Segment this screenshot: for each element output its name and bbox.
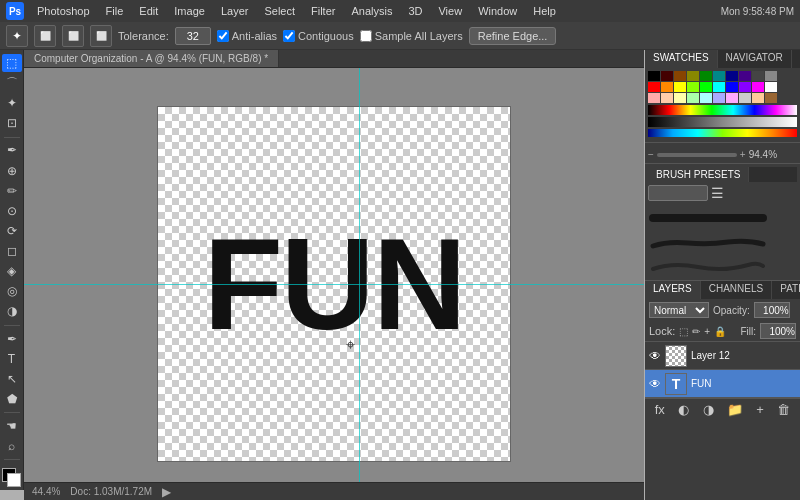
menu-edit[interactable]: Edit <box>132 3 165 19</box>
layer-mask-button[interactable]: ◐ <box>678 402 689 417</box>
swatch-gray-1[interactable] <box>752 71 764 81</box>
swatch-cyan[interactable] <box>713 82 725 92</box>
swatch-pastel-3[interactable] <box>674 93 686 103</box>
layer-2-visibility[interactable]: 👁 <box>649 377 661 391</box>
swatch-yellow[interactable] <box>674 82 686 92</box>
layers-tab-channels[interactable]: CHANNELS <box>701 281 772 299</box>
swatch-red[interactable] <box>648 82 660 92</box>
nav-plus[interactable]: + <box>740 149 746 160</box>
tool-hand[interactable]: ☚ <box>2 417 22 435</box>
canvas-area[interactable]: FUN ⌖ <box>24 68 644 500</box>
refine-edge-button[interactable]: Refine Edge... <box>469 27 557 45</box>
lock-image-icon[interactable]: ✏ <box>692 326 700 337</box>
tool-marquee[interactable]: ⬚ <box>2 54 22 72</box>
brush-preview-1[interactable] <box>648 209 768 227</box>
swatch-pastel-5[interactable] <box>700 93 712 103</box>
layers-tab-paths[interactable]: PATHS <box>772 281 800 299</box>
tool-brush[interactable]: ✏ <box>2 182 22 200</box>
layer-delete-button[interactable]: 🗑 <box>777 402 790 417</box>
contiguous-checkbox[interactable] <box>283 30 295 42</box>
swatch-pastel-4[interactable] <box>687 93 699 103</box>
swatch-pastel-6[interactable] <box>713 93 725 103</box>
swatch-dark-orange[interactable] <box>674 71 686 81</box>
lock-all-icon[interactable]: 🔒 <box>714 326 726 337</box>
swatch-dark-teal[interactable] <box>713 71 725 81</box>
tool-patch[interactable]: ⊕ <box>2 162 22 180</box>
lock-transparent-icon[interactable]: ⬚ <box>679 326 688 337</box>
swatch-dark-green[interactable] <box>700 71 712 81</box>
tool-crop[interactable]: ⊡ <box>2 114 22 132</box>
tool-gradient[interactable]: ◈ <box>2 262 22 280</box>
sample-all-checkbox[interactable] <box>360 30 372 42</box>
tool-magic-wand[interactable]: ✦ <box>2 94 22 112</box>
brush-preview-2[interactable] <box>648 233 768 251</box>
magic-wand-tool[interactable]: ✦ <box>6 25 28 47</box>
swatch-magenta[interactable] <box>752 82 764 92</box>
swatch-dark-blue[interactable] <box>726 71 738 81</box>
background-color[interactable] <box>7 473 21 487</box>
foreground-background-colors[interactable] <box>2 468 22 486</box>
tool-option-3[interactable]: ⬜ <box>90 25 112 47</box>
swatch-pastel-1[interactable] <box>648 93 660 103</box>
menu-window[interactable]: Window <box>471 3 524 19</box>
menu-select[interactable]: Select <box>257 3 302 19</box>
status-arrow[interactable]: ▶ <box>162 485 171 499</box>
brush-presets-tab[interactable]: BRUSH PRESETS <box>648 167 749 182</box>
layer-item-1[interactable]: 👁 Layer 12 <box>645 342 800 370</box>
swatch-orange[interactable] <box>661 82 673 92</box>
swatch-chartreuse[interactable] <box>687 82 699 92</box>
tool-option-2[interactable]: ⬜ <box>62 25 84 47</box>
swatch-violet[interactable] <box>739 82 751 92</box>
layer-item-2[interactable]: 👁 T FUN <box>645 370 800 398</box>
swatch-pastel-8[interactable] <box>739 93 751 103</box>
menu-image[interactable]: Image <box>167 3 212 19</box>
menu-photoshop[interactable]: Photoshop <box>30 3 97 19</box>
brush-preview-3[interactable] <box>648 257 768 275</box>
swatch-dark-purple[interactable] <box>739 71 751 81</box>
swatch-blue[interactable] <box>726 82 738 92</box>
menu-layer[interactable]: Layer <box>214 3 256 19</box>
tool-lasso[interactable]: ⌒ <box>2 74 22 92</box>
brush-options-icon[interactable]: ☰ <box>711 185 724 201</box>
swatches-tab[interactable]: SWATCHES <box>645 50 718 68</box>
menu-filter[interactable]: Filter <box>304 3 342 19</box>
tool-type[interactable]: T <box>2 350 22 368</box>
blend-mode-select[interactable]: Normal <box>649 302 709 318</box>
tool-zoom[interactable]: ⌕ <box>2 437 22 455</box>
document-tab[interactable]: Computer Organization - A @ 94.4% (FUN, … <box>24 50 279 67</box>
anti-alias-checkbox[interactable] <box>217 30 229 42</box>
swatch-pastel-2[interactable] <box>661 93 673 103</box>
swatch-gray-2[interactable] <box>765 71 777 81</box>
nav-zoom-slider[interactable] <box>657 153 737 157</box>
opacity-input[interactable] <box>754 302 790 318</box>
menu-file[interactable]: File <box>99 3 131 19</box>
menu-3d[interactable]: 3D <box>401 3 429 19</box>
layer-fx-button[interactable]: fx <box>655 402 665 417</box>
tool-eyedropper[interactable]: ✒ <box>2 141 22 159</box>
layer-group-button[interactable]: 📁 <box>727 402 743 417</box>
tolerance-input[interactable] <box>175 27 211 45</box>
tool-option-1[interactable]: ⬜ <box>34 25 56 47</box>
menu-view[interactable]: View <box>431 3 469 19</box>
tool-clone[interactable]: ⊙ <box>2 202 22 220</box>
tool-history[interactable]: ⟳ <box>2 222 22 240</box>
swatch-black[interactable] <box>648 71 660 81</box>
tool-shape[interactable]: ⬟ <box>2 390 22 408</box>
layer-adjustment-button[interactable]: ◑ <box>703 402 714 417</box>
fill-input[interactable] <box>760 323 796 339</box>
swatch-pastel-7[interactable] <box>726 93 738 103</box>
swatch-white[interactable] <box>765 82 777 92</box>
swatch-dark-red[interactable] <box>661 71 673 81</box>
swatch-green[interactable] <box>700 82 712 92</box>
brush-size-input[interactable] <box>648 185 708 201</box>
tool-pen[interactable]: ✒ <box>2 329 22 347</box>
menu-help[interactable]: Help <box>526 3 563 19</box>
tool-dodge[interactable]: ◑ <box>2 302 22 320</box>
tool-blur[interactable]: ◎ <box>2 282 22 300</box>
nav-minus[interactable]: − <box>648 149 654 160</box>
menu-analysis[interactable]: Analysis <box>344 3 399 19</box>
tool-eraser[interactable]: ◻ <box>2 242 22 260</box>
swatch-dark-yellow[interactable] <box>687 71 699 81</box>
layers-tab-layers[interactable]: LAYERS <box>645 281 701 299</box>
lock-position-icon[interactable]: + <box>704 326 710 337</box>
